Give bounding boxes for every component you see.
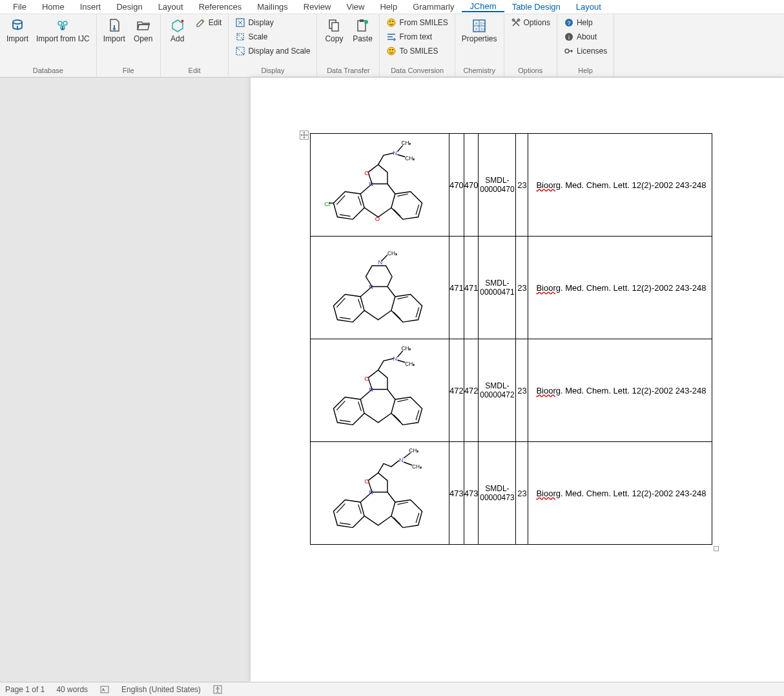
licenses-button[interactable]: Licenses	[561, 44, 610, 58]
tab-table-design[interactable]: Table Design	[504, 2, 568, 12]
structure-cell[interactable]	[311, 339, 449, 442]
id1-cell[interactable]: 470	[449, 134, 464, 237]
svg-text:CH₃: CH₃	[409, 447, 418, 454]
smiles-face-icon	[386, 17, 397, 28]
reference-rest: . Med. Chem. Lett. 12(2)-2002 243-248	[561, 283, 706, 293]
copy-button[interactable]: Copy	[321, 16, 347, 43]
copy-label: Copy	[325, 35, 343, 43]
accessibility-icon[interactable]	[212, 684, 223, 695]
from-text-button[interactable]: From text	[384, 30, 450, 44]
left-gutter	[0, 78, 251, 682]
reference-cell[interactable]: Bioorg. Med. Chem. Lett. 12(2)-2002 243-…	[528, 237, 712, 339]
tab-insert[interactable]: Insert	[72, 2, 109, 12]
open-button[interactable]: Open	[130, 16, 156, 43]
import-file-button[interactable]: Import	[101, 16, 128, 43]
tab-grammarly[interactable]: Grammarly	[405, 2, 462, 12]
table-row[interactable]: 472 472 SMDL-00000472 23 Bioorg. Med. Ch…	[311, 339, 712, 442]
id2-cell[interactable]: 472	[464, 339, 479, 442]
properties-button[interactable]: A0.4X3.1 Properties	[459, 16, 500, 43]
paste-button[interactable]: Paste	[349, 16, 375, 43]
reference-cell[interactable]: Bioorg. Med. Chem. Lett. 12(2)-2002 243-…	[528, 339, 712, 442]
ribbon-group-data-conversion: From SMILES From text To SMILES Data Con…	[380, 14, 455, 77]
licenses-label: Licenses	[577, 47, 607, 56]
import-db-button[interactable]: Import	[4, 16, 31, 43]
tab-layout-contextual[interactable]: Layout	[568, 2, 609, 12]
tab-design[interactable]: Design	[108, 2, 150, 12]
options-button[interactable]: Options	[508, 16, 553, 30]
svg-text:CH₃: CH₃	[412, 463, 422, 470]
id2-cell[interactable]: 471	[464, 237, 479, 339]
table-resize-handle[interactable]	[714, 546, 719, 551]
status-page[interactable]: Page 1 of 1	[5, 685, 45, 694]
spellcheck-icon[interactable]	[99, 684, 110, 695]
ribbon: Import Import from IJC Database Import	[0, 14, 784, 78]
tab-file[interactable]: File	[5, 2, 34, 12]
edit-button[interactable]: Edit	[193, 16, 225, 30]
group-label-options: Options	[508, 65, 553, 77]
display-label: Display	[248, 18, 273, 27]
import-file-label: Import	[103, 35, 125, 43]
scale-label: Scale	[248, 32, 267, 41]
id2-cell[interactable]: 473	[464, 442, 479, 545]
import-ijc-button[interactable]: Import from IJC	[34, 16, 92, 43]
edit-label: Edit	[209, 18, 222, 27]
table-row[interactable]: Cl O 470 470 SMDL-00000470 23 Bioorg. Me…	[311, 134, 712, 237]
add-button[interactable]: Add	[165, 16, 191, 43]
paste-label: Paste	[353, 35, 373, 43]
from-smiles-button[interactable]: From SMILES	[384, 16, 450, 30]
code-cell[interactable]: SMDL-00000471	[479, 237, 516, 339]
display-button[interactable]: Display	[232, 16, 313, 30]
tab-review[interactable]: Review	[296, 2, 339, 12]
structure-cell[interactable]: N N CH₃	[311, 237, 449, 339]
scale-button[interactable]: Scale	[232, 30, 313, 44]
count-cell[interactable]: 23	[516, 442, 528, 545]
count-cell[interactable]: 23	[516, 339, 528, 442]
reference-journal: Bioorg	[536, 386, 561, 395]
import-ijc-label: Import from IJC	[36, 35, 90, 43]
structure-cell[interactable]: N CH₃ CH₃	[311, 442, 449, 545]
page[interactable]: Cl O 470 470 SMDL-00000470 23 Bioorg. Me…	[251, 78, 784, 682]
group-label-edit: Edit	[165, 65, 225, 77]
svg-point-16	[387, 47, 395, 55]
tab-home[interactable]: Home	[34, 2, 72, 12]
tab-mailings[interactable]: Mailings	[249, 2, 296, 12]
id1-cell[interactable]: 473	[449, 442, 464, 545]
svg-text:i: i	[568, 34, 570, 41]
tab-layout[interactable]: Layout	[150, 2, 191, 12]
group-label-display: Display	[232, 65, 313, 77]
count-cell[interactable]: 23	[516, 237, 528, 339]
id1-cell[interactable]: 471	[449, 237, 464, 339]
about-button[interactable]: i About	[561, 30, 610, 44]
key-icon	[564, 46, 574, 56]
count-cell[interactable]: 23	[516, 134, 528, 237]
to-smiles-button[interactable]: To SMILES	[384, 44, 450, 58]
status-words[interactable]: 40 words	[56, 685, 88, 694]
copy-icon	[326, 18, 342, 34]
svg-text:Cl: Cl	[324, 200, 330, 207]
code-cell[interactable]: SMDL-00000472	[479, 339, 516, 442]
code-cell[interactable]: SMDL-00000470	[479, 134, 516, 237]
id2-cell[interactable]: 470	[464, 134, 479, 237]
code-cell[interactable]: SMDL-00000473	[479, 442, 516, 545]
svg-text:N: N	[378, 258, 383, 266]
import-label: Import	[6, 35, 28, 43]
reference-journal: Bioorg	[536, 283, 561, 293]
tab-help[interactable]: Help	[372, 2, 405, 12]
reference-cell[interactable]: Bioorg. Med. Chem. Lett. 12(2)-2002 243-…	[528, 134, 712, 237]
status-language[interactable]: English (United States)	[121, 685, 201, 694]
id1-cell[interactable]: 472	[449, 339, 464, 442]
table-row[interactable]: N CH₃ CH₃ 473 473 SMDL-00000473 23 Bioor…	[311, 442, 712, 545]
table-move-handle[interactable]	[300, 131, 309, 140]
tab-view[interactable]: View	[338, 2, 372, 12]
data-table[interactable]: Cl O 470 470 SMDL-00000470 23 Bioorg. Me…	[310, 133, 712, 545]
svg-text:0.4: 0.4	[480, 21, 485, 25]
reference-cell[interactable]: Bioorg. Med. Chem. Lett. 12(2)-2002 243-…	[528, 442, 712, 545]
table-row[interactable]: N N CH₃ 471 471 SMDL-00000471 23 Bioorg.…	[311, 237, 712, 339]
tab-jchem[interactable]: JChem	[462, 1, 504, 12]
help-button[interactable]: ? Help	[561, 16, 610, 30]
to-smiles-label: To SMILES	[399, 47, 438, 56]
display-scale-button[interactable]: Display and Scale	[232, 44, 313, 58]
structure-cell[interactable]: Cl O	[311, 134, 449, 237]
reference-journal: Bioorg	[536, 180, 561, 190]
tab-references[interactable]: References	[191, 2, 249, 12]
